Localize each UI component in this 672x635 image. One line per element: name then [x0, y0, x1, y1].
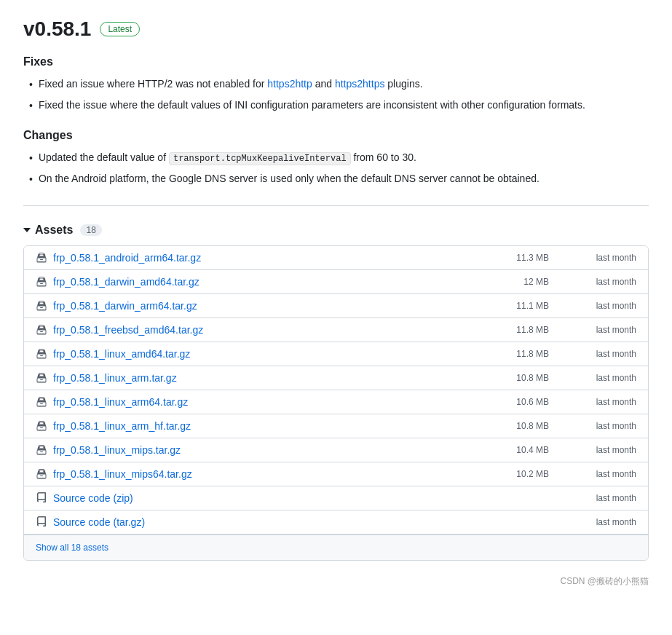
asset-size: 11.1 MB [462, 301, 549, 311]
archive-icon [36, 252, 47, 264]
asset-row: frp_0.58.1_linux_mips.tar.gz 10.4 MBlast… [24, 438, 648, 462]
assets-toggle[interactable]: Assets [23, 224, 73, 237]
asset-row: Source code (zip) last month [24, 486, 648, 510]
asset-time: last month [549, 421, 636, 431]
asset-size: 10.4 MB [462, 445, 549, 455]
archive-icon [36, 372, 47, 384]
change-item-1: Updated the default value of transport.t… [29, 149, 649, 166]
asset-time: last month [549, 493, 636, 503]
asset-filename: frp_0.58.1_linux_arm64.tar.gz [53, 396, 188, 408]
asset-filename: frp_0.58.1_linux_mips64.tar.gz [53, 468, 192, 480]
asset-size: 11.8 MB [462, 325, 549, 335]
asset-time: last month [549, 469, 636, 479]
asset-filename: frp_0.58.1_linux_arm.tar.gz [53, 372, 177, 384]
asset-filename: frp_0.58.1_linux_amd64.tar.gz [53, 348, 190, 360]
triangle-icon [23, 228, 31, 232]
archive-icon [36, 396, 47, 408]
latest-badge: Latest [100, 22, 140, 36]
asset-size: 11.3 MB [462, 253, 549, 263]
https2https-link[interactable]: https2https [335, 78, 385, 90]
asset-time: last month [549, 517, 636, 527]
asset-time: last month [549, 397, 636, 407]
watermark: CSDN @搬砖的小熊猫 [23, 575, 649, 588]
asset-link[interactable]: frp_0.58.1_freebsd_amd64.tar.gz [36, 324, 462, 336]
https2http-link[interactable]: https2http [267, 78, 312, 90]
asset-row: frp_0.58.1_linux_mips64.tar.gz 10.2 MBla… [24, 462, 648, 486]
version-header: v0.58.1 Latest [23, 17, 649, 41]
asset-time: last month [549, 301, 636, 311]
archive-icon [36, 300, 47, 312]
assets-title: Assets [35, 224, 73, 237]
asset-time: last month [549, 277, 636, 287]
archive-icon [36, 420, 47, 432]
asset-link[interactable]: Source code (zip) [36, 492, 462, 504]
asset-row: frp_0.58.1_darwin_amd64.tar.gz 12 MBlast… [24, 270, 648, 294]
show-all-assets-link[interactable]: Show all 18 assets [24, 535, 648, 560]
asset-link[interactable]: frp_0.58.1_darwin_arm64.tar.gz [36, 300, 462, 312]
asset-filename: Source code (zip) [53, 492, 133, 504]
asset-link[interactable]: Source code (tar.gz) [36, 516, 462, 528]
asset-filename: frp_0.58.1_android_arm64.tar.gz [53, 252, 201, 264]
changes-section: Changes Updated the default value of tra… [23, 129, 649, 188]
code-interval: transport.tcpMuxKeepaliveInterval [169, 152, 351, 165]
assets-count-badge: 18 [80, 224, 101, 236]
asset-row: frp_0.58.1_linux_arm64.tar.gz 10.6 MBlas… [24, 390, 648, 414]
asset-link[interactable]: frp_0.58.1_linux_amd64.tar.gz [36, 348, 462, 360]
asset-row: frp_0.58.1_linux_amd64.tar.gz 11.8 MBlas… [24, 342, 648, 366]
fix-item-1: Fixed an issue where HTTP/2 was not enab… [29, 76, 649, 92]
asset-filename: frp_0.58.1_linux_mips.tar.gz [53, 444, 181, 456]
assets-section: Assets 18 frp_0.58.1_android_arm64.tar.g… [23, 224, 649, 561]
asset-time: last month [549, 349, 636, 359]
asset-filename: Source code (tar.gz) [53, 516, 145, 528]
asset-filename: frp_0.58.1_darwin_amd64.tar.gz [53, 276, 199, 288]
asset-size: 10.2 MB [462, 469, 549, 479]
fix-item-2: Fixed the issue where the default values… [29, 97, 649, 114]
asset-row: frp_0.58.1_freebsd_amd64.tar.gz 11.8 MBl… [24, 318, 648, 342]
asset-time: last month [549, 253, 636, 263]
asset-size: 11.8 MB [462, 349, 549, 359]
asset-row: frp_0.58.1_linux_arm.tar.gz 10.8 MBlast … [24, 366, 648, 390]
asset-link[interactable]: frp_0.58.1_linux_mips.tar.gz [36, 444, 462, 456]
asset-row: Source code (tar.gz) last month [24, 510, 648, 535]
changes-list: Updated the default value of transport.t… [23, 149, 649, 188]
fixes-section: Fixes Fixed an issue where HTTP/2 was no… [23, 55, 649, 114]
asset-link[interactable]: frp_0.58.1_linux_arm64.tar.gz [36, 396, 462, 408]
archive-icon [36, 276, 47, 288]
source-icon [36, 516, 47, 528]
section-divider [23, 205, 649, 206]
asset-row: frp_0.58.1_android_arm64.tar.gz 11.3 MBl… [24, 246, 648, 270]
asset-link[interactable]: frp_0.58.1_linux_arm.tar.gz [36, 372, 462, 384]
asset-link[interactable]: frp_0.58.1_linux_mips64.tar.gz [36, 468, 462, 480]
asset-size: 12 MB [462, 277, 549, 287]
archive-icon [36, 324, 47, 336]
asset-filename: frp_0.58.1_linux_arm_hf.tar.gz [53, 420, 191, 432]
asset-row: frp_0.58.1_linux_arm_hf.tar.gz 10.8 MBla… [24, 414, 648, 438]
asset-time: last month [549, 373, 636, 383]
fixes-title: Fixes [23, 55, 649, 68]
asset-filename: frp_0.58.1_darwin_arm64.tar.gz [53, 300, 197, 312]
archive-icon [36, 348, 47, 360]
asset-size: 10.8 MB [462, 373, 549, 383]
asset-link[interactable]: frp_0.58.1_linux_arm_hf.tar.gz [36, 420, 462, 432]
source-icon [36, 492, 47, 504]
fixes-list: Fixed an issue where HTTP/2 was not enab… [23, 76, 649, 114]
assets-header: Assets 18 [23, 224, 649, 237]
asset-size: 10.6 MB [462, 397, 549, 407]
archive-icon [36, 468, 47, 480]
asset-link[interactable]: frp_0.58.1_darwin_amd64.tar.gz [36, 276, 462, 288]
assets-table: frp_0.58.1_android_arm64.tar.gz 11.3 MBl… [23, 245, 649, 561]
asset-time: last month [549, 445, 636, 455]
asset-row: frp_0.58.1_darwin_arm64.tar.gz 11.1 MBla… [24, 294, 648, 318]
change-item-2: On the Android platform, the Google DNS … [29, 170, 649, 187]
version-title: v0.58.1 [23, 17, 91, 41]
asset-time: last month [549, 325, 636, 335]
archive-icon [36, 444, 47, 456]
asset-link[interactable]: frp_0.58.1_android_arm64.tar.gz [36, 252, 462, 264]
changes-title: Changes [23, 129, 649, 142]
asset-filename: frp_0.58.1_freebsd_amd64.tar.gz [53, 324, 203, 336]
asset-size: 10.8 MB [462, 421, 549, 431]
